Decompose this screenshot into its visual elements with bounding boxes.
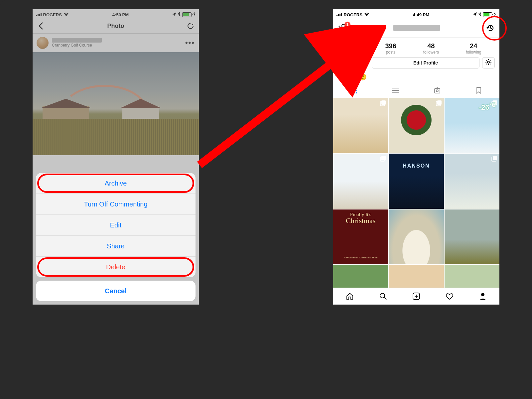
archive-history-icon[interactable] [486, 24, 495, 32]
story-highlights: 🙂 🎄 🙂 [333, 71, 499, 83]
stat-posts[interactable]: 396posts [385, 42, 396, 55]
notification-badge: 1 [344, 22, 350, 28]
clock-label: 4:49 PM [413, 12, 429, 17]
charging-icon [193, 12, 196, 17]
grid-post[interactable]: -26°C [445, 98, 499, 153]
turnoff-label: Turn Off Commenting [84, 200, 147, 208]
svg-point-33 [481, 293, 484, 296]
svg-line-29 [384, 297, 386, 300]
location-icon [473, 12, 477, 17]
settings-button[interactable] [482, 57, 495, 68]
highlight-item[interactable]: 🎄 [348, 73, 356, 81]
cancel-button[interactable]: Cancel [36, 281, 196, 301]
avatar[interactable] [37, 37, 49, 49]
svg-point-1 [487, 61, 489, 63]
highlight-item[interactable]: 🙂 [358, 73, 367, 81]
status-bar: ROGERS 4:50 PM [33, 9, 199, 19]
archive-label: Archive [105, 180, 127, 187]
profile-topbar: 1 [333, 19, 499, 38]
add-story-icon[interactable]: + [357, 60, 366, 69]
charging-icon [494, 12, 496, 17]
multi-icon [436, 100, 442, 107]
profile-header: + 396posts 48followers 24following Edit … [333, 38, 499, 71]
multi-icon [380, 100, 386, 107]
bottom-nav [333, 288, 499, 305]
grid-post[interactable] [445, 209, 499, 264]
svg-rect-22 [381, 156, 386, 160]
multi-icon [380, 156, 386, 163]
tab-saved[interactable] [458, 83, 499, 98]
grid-post[interactable] [389, 209, 444, 264]
stage: ROGERS 4:50 PM Photo Cranberry Golf [0, 0, 532, 399]
refresh-icon[interactable] [186, 22, 195, 30]
gear-icon [485, 59, 491, 66]
battery-icon [182, 12, 192, 17]
grid-post[interactable] [445, 154, 499, 208]
edit-button[interactable]: Edit [36, 214, 196, 235]
status-bar: ROGERS 4:49 PM [333, 9, 499, 19]
wifi-icon [64, 13, 69, 17]
svg-rect-14 [435, 88, 440, 93]
svg-rect-9 [353, 92, 355, 93]
nav-new-post[interactable] [400, 288, 433, 305]
grid-post[interactable] [333, 98, 388, 153]
nav-title: Photo [107, 23, 124, 30]
back-icon[interactable] [37, 22, 45, 30]
svg-rect-6 [353, 90, 355, 91]
svg-rect-5 [351, 90, 352, 91]
svg-rect-3 [353, 87, 355, 89]
signal-icon [36, 13, 42, 16]
grid-post[interactable] [333, 154, 388, 208]
nav-activity[interactable] [433, 288, 466, 305]
username-redacted [52, 38, 102, 43]
discover-people-button[interactable]: 1 [338, 24, 347, 32]
post-photo[interactable] [33, 52, 199, 155]
nav-bar: Photo [33, 19, 199, 34]
delete-label: Delete [106, 263, 125, 271]
svg-rect-4 [356, 87, 357, 89]
share-button[interactable]: Share [36, 235, 196, 256]
tab-grid[interactable] [333, 83, 375, 98]
nav-profile[interactable] [466, 288, 499, 305]
turn-off-commenting-button[interactable]: Turn Off Commenting [36, 194, 196, 214]
xmas-main: Christmas [346, 216, 375, 225]
xmas-sub: A Wonderful Christmas Time [333, 256, 388, 259]
delete-button[interactable]: Delete [36, 256, 196, 277]
grid-post[interactable]: HANSON [389, 154, 444, 208]
carrier-label: ROGERS [344, 12, 362, 17]
svg-rect-8 [351, 92, 352, 93]
profile-avatar[interactable]: + [338, 41, 366, 69]
nav-home[interactable] [333, 288, 366, 305]
archive-button[interactable]: Archive [36, 173, 196, 194]
username-redacted [393, 25, 440, 31]
highlight-item[interactable]: 🙂 [338, 73, 346, 81]
stat-followers[interactable]: 48followers [423, 42, 439, 55]
grid-post[interactable]: Finally It'sChristmasA Wonderful Christm… [333, 209, 388, 264]
svg-rect-24 [493, 156, 497, 160]
profile-stats: 396posts 48followers 24following [372, 42, 495, 55]
tab-list[interactable] [375, 83, 416, 98]
post-location[interactable]: Cranberry Golf Course [52, 43, 102, 48]
svg-rect-16 [381, 100, 386, 105]
svg-rect-10 [356, 92, 357, 93]
multi-icon [491, 156, 497, 163]
cancel-label: Cancel [105, 287, 127, 295]
concert-text: HANSON [389, 163, 444, 169]
post-grid: -26°C HANSON Finally It'sChristmasA Wond… [333, 98, 499, 305]
grid-post[interactable] [389, 98, 444, 153]
edit-profile-label: Edit Profile [413, 60, 438, 66]
battery-icon [483, 12, 492, 17]
tab-tagged[interactable] [416, 83, 458, 98]
nav-search[interactable] [366, 288, 400, 305]
edit-profile-button[interactable]: Edit Profile [372, 57, 479, 68]
bluetooth-icon [478, 12, 481, 17]
svg-rect-2 [351, 87, 352, 89]
post-header: Cranberry Golf Course ••• [33, 34, 199, 52]
svg-rect-18 [437, 100, 442, 105]
wifi-icon [364, 13, 369, 17]
stat-following[interactable]: 24following [466, 42, 481, 55]
share-label: Share [107, 242, 124, 250]
more-icon[interactable]: ••• [185, 39, 195, 47]
action-sheet: Archive Turn Off Commenting Edit Share D… [36, 173, 196, 301]
svg-rect-7 [356, 90, 357, 91]
